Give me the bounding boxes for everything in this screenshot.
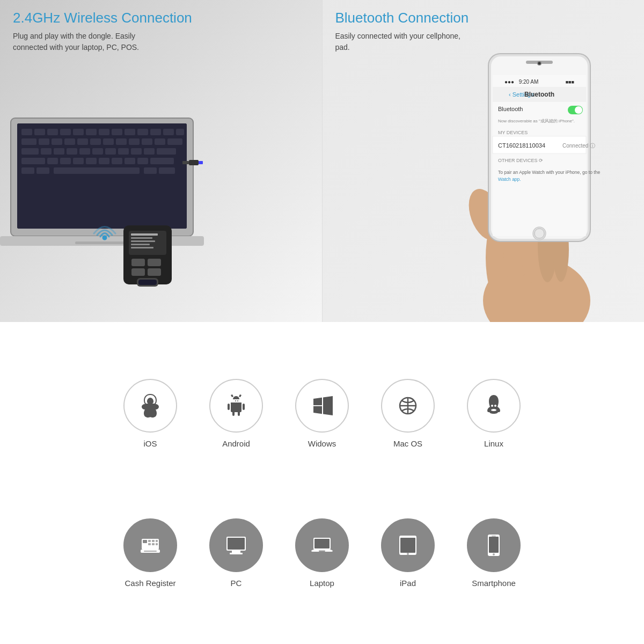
svg-rect-45: [112, 158, 122, 164]
svg-rect-117: [152, 543, 155, 545]
svg-rect-36: [131, 148, 142, 155]
svg-rect-63: [131, 237, 152, 239]
svg-rect-39: [21, 158, 45, 164]
svg-rect-120: [144, 551, 157, 552]
svg-rect-49: [54, 167, 140, 174]
svg-rect-10: [112, 129, 122, 135]
svg-rect-8: [86, 129, 97, 135]
svg-rect-47: [137, 158, 148, 164]
ios-item: iOS: [123, 379, 177, 448]
wireless-title: 2.4GHz Wireless Connection: [13, 10, 192, 26]
svg-point-96: [575, 106, 582, 114]
svg-rect-22: [103, 138, 114, 145]
svg-text:MY DEVICES: MY DEVICES: [498, 130, 528, 135]
svg-point-107: [535, 229, 544, 238]
svg-rect-29: [41, 148, 52, 155]
pc-label: PC: [231, 579, 242, 588]
svg-rect-46: [125, 158, 135, 164]
svg-rect-127: [319, 551, 325, 552]
svg-rect-9: [99, 129, 109, 135]
svg-rect-6: [60, 129, 71, 135]
bluetooth-panel: Bluetooth Connection Easily connected wi…: [322, 0, 645, 322]
cash-register-label: Cash Register: [125, 579, 175, 588]
svg-text:Now discoverable as "成风媳的 iPho: Now discoverable as "成风媳的 iPhone".: [498, 119, 575, 123]
svg-rect-129: [400, 538, 415, 553]
svg-rect-65: [131, 244, 150, 245]
wireless-panel-text: 2.4GHz Wireless Connection Plug and play…: [13, 10, 192, 53]
pc-icon-circle: [209, 518, 263, 572]
svg-rect-72: [138, 280, 157, 285]
svg-rect-17: [39, 138, 49, 145]
svg-rect-62: [131, 233, 158, 236]
svg-rect-115: [156, 540, 158, 542]
svg-rect-35: [118, 148, 129, 155]
bluetooth-title: Bluetooth Connection: [335, 10, 475, 26]
svg-rect-26: [155, 138, 165, 145]
android-label: Android: [222, 439, 250, 448]
svg-rect-7: [73, 129, 84, 135]
windows-label: Widows: [308, 439, 336, 448]
svg-point-85: [538, 62, 541, 65]
smartphone-item: Smartphone: [467, 518, 521, 588]
svg-text:9:20 AM: 9:20 AM: [519, 79, 539, 85]
svg-rect-118: [156, 543, 158, 545]
svg-rect-33: [92, 148, 103, 155]
svg-rect-122: [228, 538, 245, 550]
svg-rect-52: [144, 167, 157, 174]
android-item: Android: [209, 379, 263, 448]
svg-rect-16: [21, 138, 36, 145]
svg-rect-126: [314, 539, 330, 548]
svg-rect-112: [143, 540, 147, 543]
svg-rect-57: [189, 160, 199, 165]
svg-rect-132: [489, 537, 499, 553]
svg-rect-13: [150, 129, 161, 135]
svg-rect-70: [148, 268, 161, 276]
cash-register-icon-circle: [123, 518, 177, 572]
svg-point-59: [103, 236, 106, 239]
svg-text:Bluetooth: Bluetooth: [498, 106, 523, 112]
svg-rect-25: [142, 138, 152, 145]
linux-label: Linux: [484, 439, 503, 448]
svg-rect-64: [131, 240, 155, 242]
wifi-waves-icon: [89, 215, 121, 241]
svg-rect-114: [152, 540, 155, 542]
svg-rect-53: [159, 167, 175, 174]
macos-item: Mac OS: [381, 379, 435, 448]
svg-rect-34: [105, 148, 116, 155]
svg-rect-48: [150, 158, 174, 164]
svg-rect-68: [148, 259, 161, 266]
svg-text:To pair an Apple Watch with yo: To pair an Apple Watch with your iPhone,…: [498, 170, 600, 175]
svg-rect-27: [167, 138, 182, 145]
linux-item: Linux: [467, 379, 521, 448]
wireless-panel: 2.4GHz Wireless Connection Plug and play…: [0, 0, 322, 322]
wireless-desc: Plug and play with the dongle. Easily co…: [13, 31, 152, 53]
device-icons-row: Cash Register PC: [123, 518, 521, 588]
svg-rect-23: [116, 138, 127, 145]
cash-register-item: Cash Register: [123, 518, 177, 588]
svg-rect-50: [21, 167, 34, 174]
windows-item: Widows: [295, 379, 349, 448]
svg-rect-38: [157, 148, 176, 155]
laptop-icon-circle: [295, 518, 349, 572]
svg-rect-51: [36, 167, 49, 174]
svg-rect-14: [163, 129, 174, 135]
svg-rect-41: [60, 158, 71, 164]
svg-rect-66: [131, 247, 153, 248]
linux-icon-circle: [467, 379, 521, 433]
pc-item: PC: [209, 518, 263, 588]
svg-rect-24: [129, 138, 140, 145]
svg-rect-12: [137, 129, 148, 135]
ios-label: iOS: [143, 439, 157, 448]
svg-rect-42: [73, 158, 84, 164]
svg-text:Connected ⓘ: Connected ⓘ: [562, 143, 595, 149]
ipad-item: iPad: [381, 518, 435, 588]
svg-rect-19: [64, 138, 75, 145]
svg-rect-44: [99, 158, 109, 164]
macos-icon-circle: [381, 379, 435, 433]
laptop-item: Laptop: [295, 518, 349, 588]
svg-rect-116: [148, 543, 151, 545]
svg-text:Watch app.: Watch app.: [498, 177, 521, 182]
svg-rect-40: [47, 158, 58, 164]
ios-icon-circle: [123, 379, 177, 433]
svg-rect-123: [232, 551, 240, 553]
